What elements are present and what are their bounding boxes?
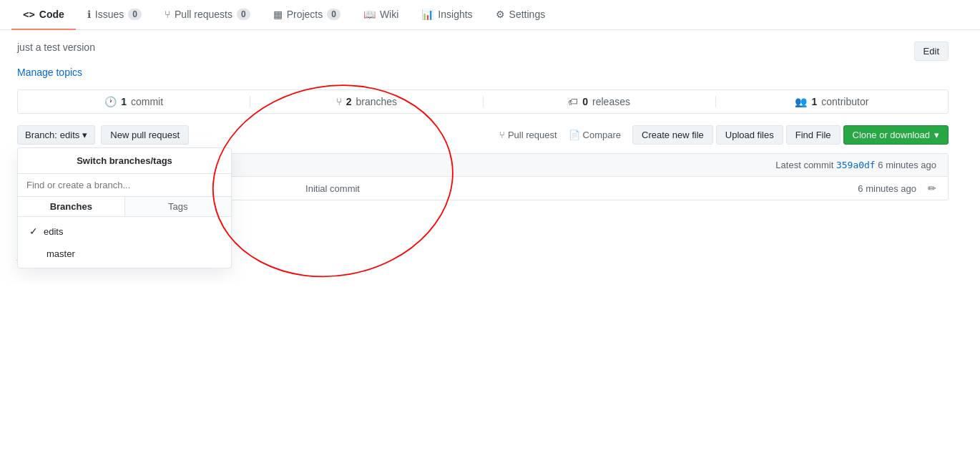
contributors-label: contributor (821, 96, 868, 107)
branch-name-master: master (46, 248, 75, 259)
commits-label: commit (131, 96, 163, 107)
projects-badge: 0 (327, 9, 340, 20)
settings-icon: ⚙ (496, 9, 505, 20)
main-content: just a test version Edit Manage topics 🕐… (0, 30, 966, 283)
pull-request-link[interactable]: ⑂ Pull request (499, 130, 557, 140)
branches-icon: ⑂ (336, 96, 342, 107)
commit-time: 6 minutes ago (878, 160, 936, 170)
pencil-icon[interactable]: ✏ (928, 183, 936, 194)
contributors-stat[interactable]: 👥 1 contributor (716, 96, 948, 107)
actions-row: Branch: edits ▾ Switch branches/tags Bra… (17, 125, 949, 145)
branches-tab-label: Branches (50, 201, 92, 212)
branch-item-master[interactable]: master (18, 243, 231, 265)
create-new-file-button[interactable]: Create new file (632, 125, 713, 145)
pull-requests-badge: 0 (237, 9, 250, 20)
tab-bar: <> Code ℹ Issues 0 ⑂ Pull requests 0 ▦ P… (0, 0, 980, 30)
releases-label: releases (592, 96, 630, 107)
upload-files-button[interactable]: Upload files (716, 125, 783, 145)
branch-name-edits: edits (44, 226, 63, 237)
tab-code-label: Code (39, 9, 64, 20)
commits-icon: 🕐 (104, 96, 117, 107)
releases-count: 0 (582, 96, 588, 107)
tab-wiki-label: Wiki (380, 9, 398, 20)
pull-request-icon: ⑂ (499, 130, 505, 140)
branch-item-edits[interactable]: ✓ edits (18, 220, 231, 243)
file-time: 6 minutes ago (858, 183, 916, 194)
description-row: just a test version Edit (17, 42, 949, 61)
branches-count: 2 (346, 96, 352, 107)
tab-projects[interactable]: ▦ Projects 0 (262, 0, 352, 30)
actions-left: Branch: edits ▾ Switch branches/tags Bra… (17, 125, 189, 145)
clone-label: Clone or download (853, 130, 930, 140)
commit-hash[interactable]: 359a0df (836, 160, 876, 170)
releases-icon: 🏷 (568, 96, 578, 107)
branch-list: ✓ edits master (18, 217, 231, 268)
dropdown-tab-tags[interactable]: Tags (125, 197, 232, 216)
releases-stat[interactable]: 🏷 0 releases (484, 96, 716, 107)
tab-pull-requests[interactable]: ⑂ Pull requests 0 (153, 0, 262, 30)
actions-right: ⑂ Pull request 📄 Compare Create new file… (499, 125, 949, 145)
find-file-button[interactable]: Find File (786, 125, 841, 145)
clone-chevron-icon: ▾ (934, 130, 939, 140)
contributors-count: 1 (811, 96, 817, 107)
clone-or-download-button[interactable]: Clone or download ▾ (843, 125, 949, 145)
stats-row: 🕐 1 commit ⑂ 2 branches 🏷 0 releases 👥 1… (17, 89, 949, 114)
compare-link[interactable]: 📄 Compare (569, 130, 621, 140)
branch-label-text: Branch: (25, 130, 57, 140)
edit-description-button[interactable]: Edit (914, 42, 949, 61)
pull-requests-icon: ⑂ (165, 9, 170, 20)
commits-stat[interactable]: 🕐 1 commit (18, 96, 250, 107)
repo-description: just a test version (17, 42, 95, 53)
commit-message: Initial commit (305, 183, 858, 194)
branch-selector-button[interactable]: Branch: edits ▾ (17, 125, 95, 145)
latest-commit-info: Latest commit 359a0df 6 minutes ago (775, 160, 936, 170)
branch-dropdown: Switch branches/tags Branches Tags ✓ (17, 147, 232, 268)
tab-projects-label: Projects (287, 9, 323, 20)
commits-count: 1 (121, 96, 127, 107)
dropdown-chevron-icon: ▾ (82, 130, 87, 140)
dropdown-header: Switch branches/tags (18, 148, 231, 174)
tab-issues-label: Issues (95, 9, 124, 20)
tab-insights-label: Insights (438, 9, 472, 20)
compare-icon: 📄 (569, 130, 580, 140)
tab-insights[interactable]: 📊 Insights (410, 0, 484, 30)
projects-icon: ▦ (273, 9, 283, 20)
issues-badge: 0 (128, 9, 142, 20)
tags-tab-label: Tags (168, 201, 187, 212)
pull-request-label: Pull request (508, 130, 557, 140)
branches-stat[interactable]: ⑂ 2 branches (250, 96, 483, 107)
tab-code[interactable]: <> Code (11, 0, 76, 30)
manage-topics-link[interactable]: Manage topics (17, 67, 949, 78)
branches-label: branches (356, 96, 397, 107)
code-icon: <> (23, 9, 35, 20)
wiki-icon: 📖 (363, 9, 376, 20)
branch-search-input[interactable] (18, 174, 231, 197)
tab-settings-label: Settings (509, 9, 546, 20)
dropdown-tab-branches[interactable]: Branches (18, 197, 125, 216)
insights-icon: 📊 (421, 9, 433, 20)
tab-settings[interactable]: ⚙ Settings (484, 0, 557, 30)
tab-pull-requests-label: Pull requests (175, 9, 232, 20)
latest-commit-label: Latest commit (775, 160, 833, 170)
tab-issues[interactable]: ℹ Issues 0 (76, 0, 153, 30)
branch-name-text: edits (60, 130, 79, 140)
check-icon: ✓ (29, 225, 38, 237)
new-pull-request-button[interactable]: New pull request (101, 125, 189, 145)
compare-label: Compare (583, 130, 621, 140)
contributors-icon: 👥 (795, 96, 807, 107)
dropdown-tabs: Branches Tags (18, 197, 231, 217)
issues-icon: ℹ (87, 9, 91, 20)
tab-wiki[interactable]: 📖 Wiki (352, 0, 410, 30)
